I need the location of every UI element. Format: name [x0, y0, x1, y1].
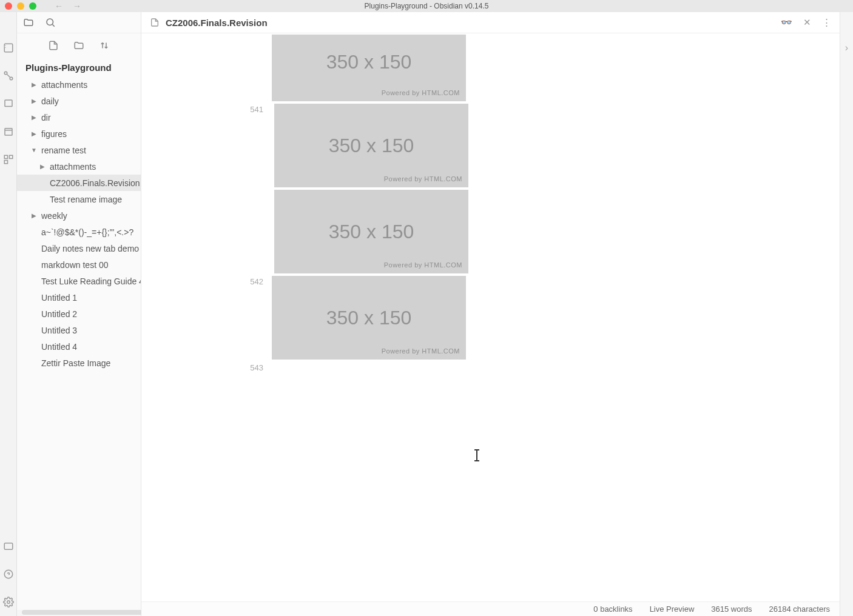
svg-rect-7 — [4, 161, 7, 164]
file-untitled-2[interactable]: Untitled 2 — [17, 306, 141, 322]
status-bar: 0 backlinks Live Preview 3615 words 2618… — [141, 601, 840, 616]
text-cursor — [476, 450, 477, 460]
folder-attachments[interactable]: ▶attachments — [17, 76, 141, 93]
right-ribbon: › — [840, 12, 853, 616]
nav-back-icon[interactable]: ← — [55, 1, 63, 11]
more-options-icon[interactable]: ⋮ — [822, 17, 831, 28]
folder-daily[interactable]: ▶daily — [17, 93, 141, 109]
file-cz2006-finals-revision[interactable]: CZ2006.Finals.Revision — [17, 175, 141, 191]
file-untitled-4[interactable]: Untitled 4 — [17, 338, 141, 355]
window-title: Plugins-Playground - Obsidian v0.14.5 — [365, 2, 489, 10]
file-special-chars[interactable]: a~`!@$&*()-_=+{};'",<.>? — [17, 224, 141, 240]
svg-rect-6 — [9, 155, 12, 158]
line-number — [141, 33, 272, 36]
sidebar-scrollbar[interactable] — [17, 610, 141, 616]
editor-header: CZ2006.Finals.Revision 👓 ✕ ⋮ — [141, 12, 840, 33]
vault-name: Plugins-Playground — [17, 58, 141, 76]
svg-point-10 — [7, 601, 10, 604]
status-backlinks[interactable]: 0 backlinks — [593, 604, 632, 614]
svg-point-1 — [4, 72, 7, 75]
files-tab-icon[interactable] — [23, 17, 34, 28]
left-ribbon — [0, 12, 17, 616]
canvas-icon[interactable] — [3, 98, 14, 109]
close-tab-icon[interactable]: ✕ — [803, 17, 811, 28]
folder-dir[interactable]: ▶dir — [17, 109, 141, 126]
new-note-icon[interactable] — [48, 40, 59, 51]
sort-icon[interactable] — [99, 40, 110, 51]
breadcrumb[interactable]: CZ2006.Finals.Revision — [166, 18, 268, 28]
file-test-rename-image[interactable]: Test rename image — [17, 191, 141, 207]
file-tree: ▶attachments ▶daily ▶dir ▶figures ▼renam… — [17, 76, 141, 610]
line-number-541: 541 — [141, 102, 272, 114]
titlebar: ← → Plugins-Playground - Obsidian v0.14.… — [0, 0, 853, 12]
window-controls — [5, 2, 36, 10]
placeholder-image: 350 x 150 Powered by HTML.COM — [274, 190, 468, 273]
line-number-542: 542 — [141, 275, 272, 286]
file-test-luke-reading[interactable]: Test Luke Reading Guide 4 — [17, 273, 141, 289]
folder-figures[interactable]: ▶figures — [17, 126, 141, 142]
nav-forward-icon[interactable]: → — [73, 1, 81, 11]
status-chars: 26184 characters — [769, 604, 830, 614]
folder-rename-test[interactable]: ▼rename test — [17, 142, 141, 158]
template-icon[interactable] — [3, 154, 14, 165]
svg-point-11 — [47, 19, 53, 25]
file-daily-notes-demo[interactable]: Daily notes new tab demo — [17, 240, 141, 256]
note-icon — [150, 18, 160, 27]
file-untitled-1[interactable]: Untitled 1 — [17, 289, 141, 306]
svg-rect-3 — [5, 100, 12, 107]
file-explorer-sidebar: Plugins-Playground ▶attachments ▶daily ▶… — [17, 12, 141, 616]
file-zettir-paste-image[interactable]: Zettir Paste Image — [17, 355, 141, 371]
status-words: 3615 words — [711, 604, 752, 614]
minimize-window-button[interactable] — [17, 2, 24, 10]
help-icon[interactable] — [3, 569, 14, 580]
maximize-window-button[interactable] — [29, 2, 36, 10]
close-window-button[interactable] — [5, 2, 12, 10]
placeholder-image: 350 x 150 Powered by HTML.COM — [272, 35, 466, 101]
folder-rename-attachments[interactable]: ▶attachments — [17, 158, 141, 175]
status-mode[interactable]: Live Preview — [650, 604, 695, 614]
daily-note-icon[interactable] — [3, 126, 14, 137]
folder-weekly[interactable]: ▶weekly — [17, 207, 141, 224]
placeholder-image: 350 x 150 Powered by HTML.COM — [272, 276, 466, 360]
line-number-543: 543 — [141, 361, 272, 372]
file-markdown-test-00[interactable]: markdown test 00 — [17, 256, 141, 273]
editor-pane: CZ2006.Finals.Revision 👓 ✕ ⋮ 350 x 150 P… — [141, 12, 840, 616]
editor-body[interactable]: 350 x 150 Powered by HTML.COM 541 350 x … — [141, 33, 840, 601]
svg-rect-5 — [4, 155, 7, 158]
search-tab-icon[interactable] — [45, 17, 56, 28]
settings-icon[interactable] — [3, 597, 14, 608]
vault-icon[interactable] — [3, 541, 14, 552]
svg-point-2 — [10, 77, 13, 80]
svg-rect-8 — [4, 543, 13, 550]
svg-rect-4 — [5, 129, 12, 135]
collapse-left-icon[interactable]: ‹ — [4, 41, 6, 50]
new-folder-icon[interactable] — [73, 40, 84, 51]
placeholder-image: 350 x 150 Powered by HTML.COM — [274, 104, 468, 187]
file-untitled-3[interactable]: Untitled 3 — [17, 322, 141, 338]
graph-icon[interactable] — [3, 70, 14, 81]
collapse-right-icon[interactable]: › — [845, 42, 848, 616]
reading-mode-icon[interactable]: 👓 — [781, 17, 792, 28]
